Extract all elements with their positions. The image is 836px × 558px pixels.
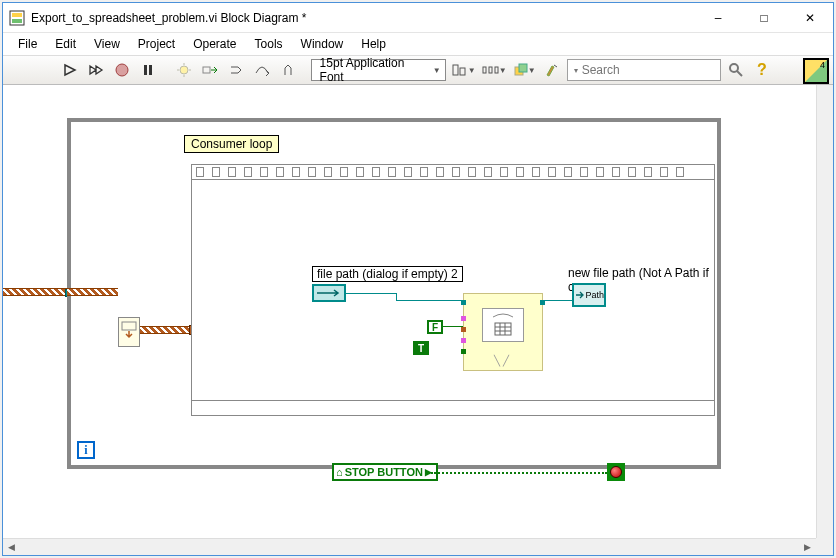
svg-point-19 — [730, 64, 738, 72]
step-into-button[interactable] — [225, 59, 247, 81]
menu-operate[interactable]: Operate — [184, 35, 245, 53]
dropdown-icon: ▼ — [433, 66, 441, 75]
search-placeholder: Search — [582, 63, 620, 77]
home-icon: ⌂ — [336, 466, 343, 478]
svg-rect-18 — [519, 64, 527, 72]
svg-rect-16 — [495, 67, 498, 73]
svg-rect-21 — [122, 322, 136, 330]
search-box[interactable]: ▾ Search — [567, 59, 721, 81]
block-diagram-canvas[interactable]: Consumer loop file path (dialog if empty… — [3, 85, 833, 555]
loop-label[interactable]: Consumer loop — [184, 135, 279, 153]
toolbar: 15pt Application Font ▼ ▼ ▼ ▼ ▾ Search ?… — [3, 55, 833, 85]
write-spreadsheet-vi[interactable]: ╲╱ — [463, 293, 543, 371]
bool-false-const[interactable]: F — [427, 320, 443, 334]
pause-button[interactable] — [137, 59, 159, 81]
align-button[interactable]: ▼ — [450, 59, 477, 81]
svg-rect-12 — [453, 65, 458, 75]
distribute-button[interactable]: ▼ — [481, 59, 508, 81]
wire-bool-f — [443, 326, 463, 327]
menu-file[interactable]: File — [9, 35, 46, 53]
wire-path-v1 — [396, 293, 397, 300]
app-window: Export_to_spreadsheet_problem.vi Block D… — [2, 2, 834, 556]
svg-rect-11 — [203, 67, 210, 73]
term-data-in — [461, 327, 466, 332]
run-button[interactable] — [59, 59, 81, 81]
sprocket-top — [192, 165, 714, 179]
help-button[interactable]: ? — [751, 59, 773, 81]
dequeue-element-node[interactable] — [118, 317, 140, 347]
file-path-control[interactable] — [312, 284, 346, 302]
scroll-left-arrow[interactable]: ◀ — [3, 539, 20, 556]
app-icon — [9, 10, 25, 26]
scrollbar-vertical[interactable] — [816, 85, 833, 538]
menu-tools[interactable]: Tools — [246, 35, 292, 53]
close-button[interactable]: ✕ — [787, 3, 833, 33]
svg-rect-1 — [12, 13, 22, 17]
svg-rect-5 — [149, 65, 152, 75]
bool-true-const[interactable]: T — [413, 341, 429, 355]
highlight-exec-button[interactable] — [173, 59, 195, 81]
run-continuous-button[interactable] — [85, 59, 107, 81]
expand-chevron-icon: ╲╱ — [464, 355, 542, 366]
svg-rect-14 — [483, 67, 486, 73]
new-file-path-indicator[interactable]: Path — [572, 283, 606, 307]
minimize-button[interactable]: – — [695, 3, 741, 33]
titlebar: Export_to_spreadsheet_problem.vi Block D… — [3, 3, 833, 33]
file-path-label[interactable]: file path (dialog if empty) 2 — [312, 266, 463, 282]
term-delim-in — [461, 338, 466, 343]
step-over-button[interactable] — [251, 59, 273, 81]
font-selector[interactable]: 15pt Application Font ▼ — [311, 59, 446, 81]
wire-path-h2 — [396, 300, 463, 301]
svg-line-20 — [737, 71, 742, 76]
svg-rect-2 — [12, 19, 22, 23]
loop-stop-terminal[interactable] — [607, 463, 625, 481]
while-loop[interactable]: Consumer loop file path (dialog if empty… — [67, 118, 721, 469]
window-title: Export_to_spreadsheet_problem.vi Block D… — [31, 11, 695, 25]
abort-button[interactable] — [111, 59, 133, 81]
svg-rect-22 — [495, 323, 511, 335]
wire-path-h1 — [346, 293, 396, 294]
maximize-button[interactable]: □ — [741, 3, 787, 33]
vi-glyph — [482, 308, 524, 342]
svg-rect-15 — [489, 67, 492, 73]
stop-button-control[interactable]: ⌂ STOP BUTTON ▶ — [332, 463, 438, 481]
scrollbar-horizontal[interactable]: ◀ ▶ — [3, 538, 816, 555]
svg-point-3 — [116, 64, 128, 76]
wire-stop — [431, 472, 607, 474]
cleanup-button[interactable] — [541, 59, 563, 81]
menu-help[interactable]: Help — [352, 35, 395, 53]
menubar: File Edit View Project Operate Tools Win… — [3, 33, 833, 55]
term-append-in — [461, 349, 466, 354]
wire-cluster-in — [3, 288, 70, 296]
menu-edit[interactable]: Edit — [46, 35, 85, 53]
wire-path-out — [543, 300, 575, 301]
window-buttons: – □ ✕ — [695, 3, 833, 33]
sprocket-bot — [192, 401, 714, 415]
flat-sequence[interactable]: file path (dialog if empty) 2 F T — [191, 164, 715, 416]
scroll-corner — [816, 538, 833, 555]
menu-window[interactable]: Window — [292, 35, 353, 53]
svg-rect-4 — [144, 65, 147, 75]
svg-rect-13 — [460, 68, 465, 75]
wire-cluster-loop — [67, 288, 118, 296]
search-button[interactable] — [725, 59, 747, 81]
iteration-terminal[interactable]: i — [77, 441, 95, 459]
step-out-button[interactable] — [277, 59, 299, 81]
svg-point-6 — [180, 66, 188, 74]
font-label: 15pt Application Font — [320, 56, 427, 84]
menu-view[interactable]: View — [85, 35, 129, 53]
menu-project[interactable]: Project — [129, 35, 184, 53]
reorder-button[interactable]: ▼ — [512, 59, 537, 81]
scroll-right-arrow[interactable]: ▶ — [799, 539, 816, 556]
vi-icon-corner[interactable]: 4 — [803, 58, 829, 84]
retain-wire-values-button[interactable] — [199, 59, 221, 81]
term-format-in — [461, 316, 466, 321]
